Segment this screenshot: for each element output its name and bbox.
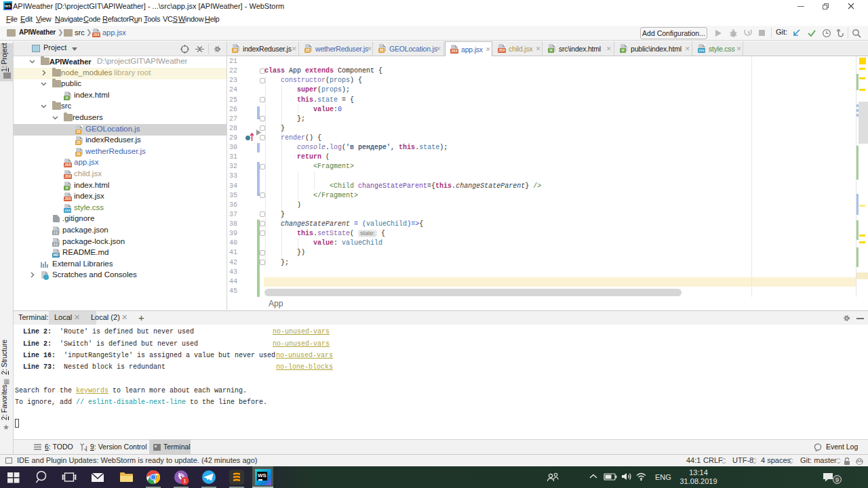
- svg-text:1: 1: [183, 478, 186, 484]
